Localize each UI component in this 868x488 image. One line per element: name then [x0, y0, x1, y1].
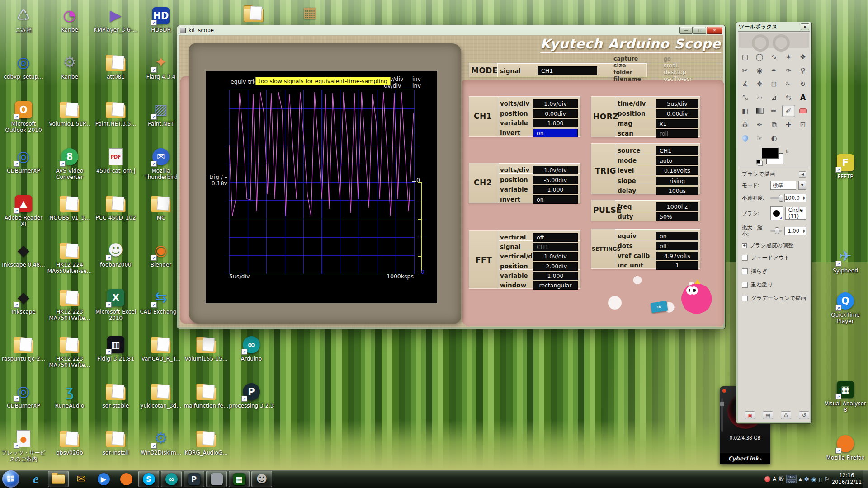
desktop-icon[interactable]: 8 AVS Video Converter — [47, 147, 92, 180]
expander-icon[interactable]: + — [742, 243, 747, 248]
scope-value-box[interactable]: 50% — [656, 213, 698, 221]
toolbox-tool[interactable]: ⧉ — [768, 118, 781, 131]
toolbox-tool[interactable]: ✁ — [782, 78, 795, 90]
opacity-spinner[interactable]: 100.0 — [784, 194, 806, 202]
toolbox-tool[interactable]: ▱ — [753, 91, 766, 103]
toolbox-tool[interactable]: ◧ — [739, 105, 752, 117]
brush-dynamics-expander[interactable]: ブラシ感度の調整 — [750, 242, 793, 249]
desktop-icon[interactable]: ✈ Sylpheed — [823, 247, 868, 274]
taskbar-app-button[interactable]: ☻ — [251, 471, 272, 487]
desktop-icon[interactable]: Volumi155-15... — [184, 335, 229, 362]
desktop-icon[interactable]: ⚙ Kanbe — [47, 53, 92, 80]
desktop-icon[interactable]: ✦ Flarq 4.3.4 — [138, 53, 184, 80]
scope-value-box[interactable]: 1 — [656, 262, 698, 269]
tray-icon[interactable]: ⚐ — [824, 476, 830, 483]
toolbox-bottom-button[interactable]: ▣ — [745, 411, 755, 419]
scope-value-box[interactable]: 100us — [656, 187, 698, 195]
desktop-icon[interactable]: HK12-223 MA750TVafte... — [47, 288, 92, 321]
mode-select[interactable]: 標準 — [770, 181, 796, 190]
desktop-icon[interactable]: ◎ cdbxp_setup... — [1, 53, 46, 80]
scope-value-box[interactable]: 0.00div — [656, 110, 698, 117]
default-colors-icon[interactable] — [756, 160, 760, 164]
scope-value-box[interactable]: 1.0v/div — [533, 253, 577, 260]
desktop-icon[interactable]: ʒ RuneAudio — [47, 382, 92, 409]
toolbox-tool[interactable]: ⊿ — [768, 91, 781, 103]
desktop-icon[interactable]: Mozilla Firefox — [823, 434, 868, 461]
toolbox-tool[interactable]: ▢ — [739, 51, 752, 63]
opacity-slider[interactable] — [770, 197, 782, 199]
toolbox-tool[interactable]: A — [797, 91, 810, 103]
desktop-icon[interactable]: Volumio1.51P... — [47, 100, 92, 127]
desktop-icon[interactable]: ▦ Visual Analyser 8 — [823, 380, 868, 413]
toolbox-tool[interactable] — [753, 105, 766, 117]
scope-value-box[interactable]: 4.97volts — [656, 252, 698, 260]
desktop-icon[interactable]: VariCAD_R_T... — [138, 335, 184, 362]
scope-value-box[interactable]: on — [533, 129, 577, 137]
scope-value-box[interactable]: rising — [656, 177, 698, 185]
toolbox-tool[interactable]: ☞ — [753, 132, 766, 144]
taskbar-app-button[interactable] — [206, 471, 227, 487]
maximize-button[interactable]: ◻ — [693, 27, 706, 34]
toolbox-tool[interactable]: ⊞ — [768, 78, 781, 90]
ime-input-mode[interactable]: A — [773, 476, 776, 482]
taskbar-app-button[interactable]: S — [138, 471, 159, 487]
toolbox-tool[interactable]: ⁂ — [739, 118, 752, 131]
desktop-icon[interactable]: ▨ Paint.NET — [138, 100, 184, 127]
desktop-icon[interactable]: ◉ Blender — [138, 241, 184, 268]
scope-value-box[interactable]: CH1 — [533, 243, 577, 251]
taskbar-clock[interactable]: 12:16 2016/12/11 — [832, 472, 862, 486]
desktop-icon[interactable]: P processing 3.2.3 — [229, 382, 274, 409]
scope-value-box[interactable]: on — [533, 196, 577, 203]
toolbox-tool[interactable]: ∿ — [768, 51, 781, 63]
scope-value-box[interactable]: 1000hz — [656, 203, 698, 211]
desktop-icon[interactable]: malfunction-fe... — [184, 382, 229, 409]
desktop-icon[interactable]: ♺ ごみ箱 — [1, 6, 46, 33]
minimize-button[interactable]: — — [679, 27, 693, 34]
close-button[interactable]: ✕ — [707, 27, 722, 34]
checkbox[interactable] — [742, 296, 748, 301]
desktop-icon[interactable]: KORG_AudioG... — [184, 429, 229, 456]
scope-value-box[interactable]: 5us/div — [656, 100, 698, 108]
taskbar-app-button[interactable]: ✉ — [71, 471, 91, 487]
desktop-icon[interactable]: PDF 450d-cat_om-j — [93, 147, 138, 174]
desktop-icon[interactable]: ◔ Kanbe — [47, 6, 92, 33]
foreground-color-swatch[interactable] — [762, 148, 779, 159]
taskbar-app-button[interactable]: e — [25, 471, 46, 487]
opacity-slider-handle[interactable] — [779, 195, 783, 202]
start-button[interactable] — [2, 470, 19, 488]
tray-icon[interactable]: ▯ — [819, 476, 822, 483]
checkbox[interactable] — [742, 268, 748, 274]
taskbar-app-button[interactable] — [116, 471, 137, 487]
desktop-icon[interactable]: HK12-224 MA650after-se... — [47, 241, 92, 274]
scope-value-box[interactable]: 1.000 — [533, 272, 577, 280]
toolbox-tool[interactable]: ✒ — [753, 118, 766, 131]
scope-value-box[interactable]: 0.00div — [533, 110, 577, 117]
scope-value-box[interactable]: 1.0v/div — [533, 100, 577, 108]
collapse-button[interactable]: ◀ — [799, 171, 806, 178]
desktop-icon[interactable]: F FFFTP — [823, 153, 868, 180]
desktop-icon[interactable]: ◆ Inkscape 0.48... — [1, 241, 46, 268]
scope-value-box[interactable]: off — [533, 234, 577, 241]
desktop-icon[interactable]: ⇆ CAD Exchanger — [138, 288, 184, 315]
scope-value-box[interactable]: auto — [656, 157, 698, 164]
scope-value-box[interactable]: roll — [656, 130, 698, 137]
checkbox[interactable] — [742, 282, 748, 288]
desktop-icon[interactable]: O Microsoft Outlook 2010 — [1, 100, 46, 133]
expand-arrow-icon[interactable]: ▸ — [760, 457, 762, 461]
taskbar-app-button[interactable]: ▦ — [229, 471, 250, 487]
toolbox-tool[interactable]: ⇆ — [782, 91, 795, 103]
scope-value-box[interactable]: -2.00div — [533, 263, 577, 270]
tray-icon[interactable]: ✽ — [804, 476, 809, 483]
desktop-icon[interactable]: HD HDSDR — [138, 6, 184, 33]
scale-slider-handle[interactable] — [775, 227, 779, 234]
desktop-icon[interactable]: yukicotan_3d... — [138, 382, 184, 409]
desktop-icon[interactable]: HK12-223 MA750TVafte... — [47, 335, 92, 368]
toolbox-tool[interactable]: ⚲ — [797, 64, 810, 76]
checkbox[interactable] — [742, 255, 748, 261]
toolbox-bottom-button[interactable]: ▤ — [763, 411, 773, 419]
toolbox-titlebar[interactable]: ツールボックス x — [736, 22, 811, 31]
scale-spinner[interactable]: 1.00 — [784, 227, 806, 235]
desktop-icon[interactable]: ▥ Fldigi 3.21.81 — [93, 335, 138, 362]
toolbox-bottom-button[interactable]: ♺ — [781, 411, 791, 419]
taskbar-app-button[interactable]: ∞ — [161, 471, 182, 487]
